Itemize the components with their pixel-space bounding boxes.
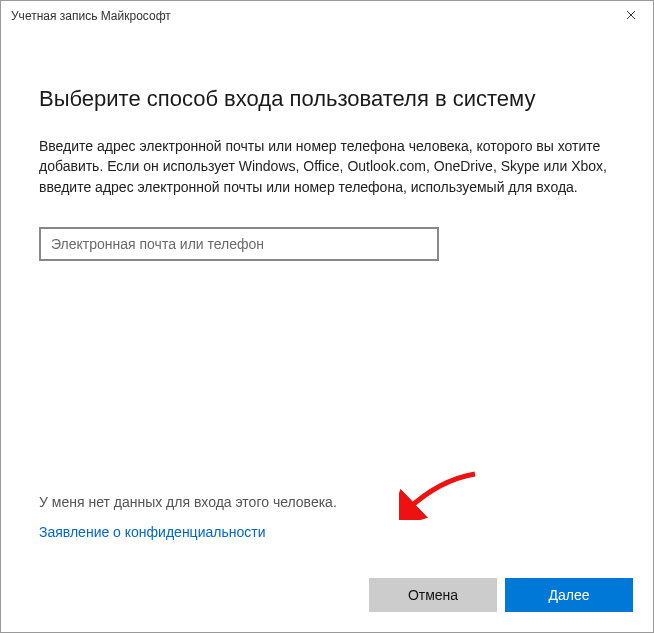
cancel-button[interactable]: Отмена	[369, 578, 497, 612]
window-title: Учетная запись Майкрософт	[11, 9, 171, 23]
dialog-footer: Отмена Далее	[369, 578, 633, 612]
next-button[interactable]: Далее	[505, 578, 633, 612]
no-signin-info-link[interactable]: У меня нет данных для входа этого челове…	[39, 494, 337, 510]
email-phone-input[interactable]	[39, 227, 439, 261]
dialog-content: Выберите способ входа пользователя в сис…	[1, 31, 653, 261]
close-icon	[626, 9, 636, 23]
titlebar: Учетная запись Майкрософт	[1, 1, 653, 31]
privacy-statement-link[interactable]: Заявление о конфиденциальности	[39, 524, 265, 540]
description-text: Введите адрес электронной почты или номе…	[39, 136, 615, 197]
page-title: Выберите способ входа пользователя в сис…	[39, 86, 615, 112]
close-button[interactable]	[608, 1, 653, 31]
annotation-arrow-icon	[399, 470, 479, 520]
